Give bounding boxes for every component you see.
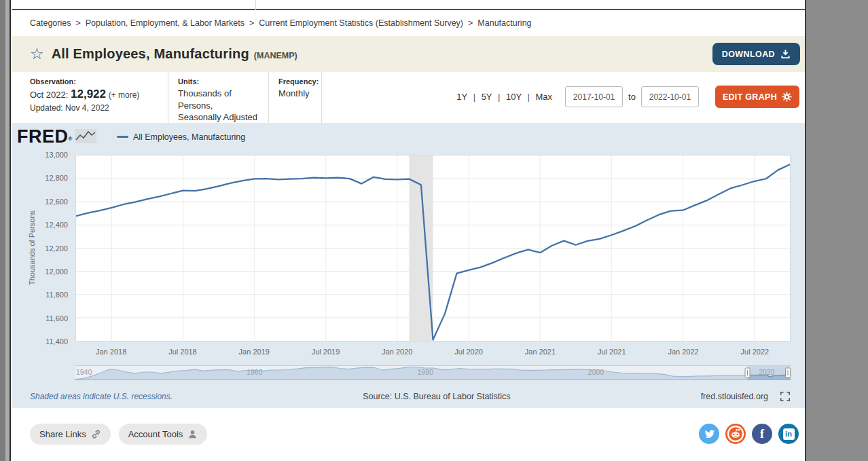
x-tick-label: Jan 2021 [516,348,564,356]
footer-bar: Share Links Account Tools [12,408,805,460]
window-left-gutter [5,0,11,461]
range-controls: 1Y | 5Y | 10Y | Max to EDIT GRAPH [456,86,799,108]
observation-more-link[interactable]: (+ more) [109,90,140,100]
observation-date: Oct 2022: [30,90,68,100]
share-links-button[interactable]: Share Links [30,424,111,445]
y-tick-label: 13,000 [24,151,68,159]
person-icon [187,429,198,439]
facebook-icon[interactable]: f [752,424,772,444]
line-chart [76,155,790,341]
graph-legend-row: FRED ® All Employees, Manufacturing [17,126,245,147]
x-tick-label: Jan 2019 [230,348,278,356]
social-share-row: f in [699,424,799,444]
fred-logo-text: FRED [17,126,69,147]
breadcrumb-categories[interactable]: Categories [30,18,71,28]
y-tick-label: 11,400 [24,337,68,346]
y-tick-label: 11,600 [24,314,68,322]
fred-logo-mark: ® [69,136,73,142]
fred-logo[interactable]: FRED ® [17,126,96,147]
fullscreen-icon [780,392,790,401]
breadcrumb-ces-survey[interactable]: Current Employment Statistics (Establish… [259,18,463,28]
breadcrumb-manufacturing[interactable]: Manufacturing [477,18,531,28]
link-icon [91,429,101,439]
page-title: All Employees, Manufacturing [52,46,249,62]
download-button[interactable]: DOWNLOAD [712,43,800,65]
x-tick-label: Jan 2022 [659,348,707,356]
navigator-year-label: 1940 [69,368,99,376]
x-tick-label: Jan 2018 [88,348,135,356]
topbar-divider [255,0,256,10]
edit-graph-button-label: EDIT GRAPH [723,92,777,102]
frequency-block: Frequency: Monthly [269,72,322,123]
y-tick-label: 12,400 [24,221,68,229]
series-id: (MANEMP) [254,48,297,60]
range-preset-10y[interactable]: 10Y [506,92,522,102]
gear-icon [782,92,792,102]
navigator-year-label: 1960 [240,368,270,376]
graph-notes-row: Shaded areas indicate U.S. recessions. S… [12,392,805,401]
units-value-line2: Seasonally Adjusted [178,111,259,124]
reddit-glyph [725,424,746,444]
facebook-f-glyph: f [760,427,764,441]
share-links-label: Share Links [39,429,86,439]
linkedin-icon[interactable]: in [778,424,799,444]
legend-line-swatch [117,136,128,138]
start-date-input[interactable] [565,86,623,107]
twitter-icon[interactable] [699,424,719,444]
observation-updated: Updated: Nov 4, 2022 [30,103,158,113]
x-tick-label: Jan 2020 [374,348,421,356]
favorite-star-icon[interactable]: ☆ [30,46,44,62]
navigator-year-label: 1980 [410,368,440,376]
breadcrumb: Categories > Population, Employment, & L… [12,10,805,36]
end-date-input[interactable] [641,86,699,107]
site-topbar [12,0,805,10]
preset-separator: | [498,92,500,102]
y-tick-label: 12,800 [24,174,68,182]
edit-graph-button[interactable]: EDIT GRAPH [715,86,799,108]
x-tick-label: Jul 2018 [159,348,206,356]
units-value-line1: Thousands of Persons, [178,88,259,111]
y-tick-label: 12,200 [24,244,68,253]
navigator-year-label: 2020 [752,368,782,376]
recession-note-link[interactable]: Shaded areas indicate U.S. recessions. [30,392,173,401]
observation-value: 12,922 [71,88,106,100]
fred-page: Categories > Population, Employment, & L… [12,0,805,461]
frequency-label: Frequency: [278,77,312,86]
x-tick-label: Jul 2021 [588,348,636,356]
range-preset-max[interactable]: Max [536,92,553,102]
navigator-year-label: 2000 [581,368,611,376]
breadcrumb-population-employment[interactable]: Population, Employment, & Labor Markets [86,18,245,28]
preset-separator: | [473,92,475,102]
download-icon [780,49,791,59]
fred-site-link[interactable]: fred.stlouisfed.org [701,392,768,401]
legend-label: All Employees, Manufacturing [133,132,245,142]
series-header: ☆ All Employees, Manufacturing (MANEMP) … [12,36,805,72]
date-range-to-label: to [628,92,636,102]
window-left-edge [0,0,5,461]
x-tick-label: Jul 2022 [731,348,778,356]
breadcrumb-separator: > [468,18,473,28]
range-presets: 1Y | 5Y | 10Y | Max [456,92,552,102]
units-block: Units: Thousands of Persons, Seasonally … [168,72,269,123]
graph-section: FRED ® All Employees, Manufacturing Thou… [12,123,805,408]
chart-plot-area[interactable] [75,155,791,342]
y-tick-label: 12,600 [24,198,68,206]
legend-item: All Employees, Manufacturing [117,132,245,142]
x-tick-label: Jul 2020 [445,348,492,356]
y-tick-label: 12,000 [24,268,68,276]
range-preset-5y[interactable]: 5Y [482,92,492,102]
account-tools-button[interactable]: Account Tools [119,424,208,445]
range-preset-1y[interactable]: 1Y [456,92,467,102]
reddit-icon[interactable] [725,424,746,444]
window-right-gutter [805,0,868,461]
series-meta-row: Observation: Oct 2022: 12,922 (+ more) U… [12,72,805,123]
twitter-bird-glyph [704,428,715,440]
preset-separator: | [527,92,529,102]
breadcrumb-separator: > [249,18,254,28]
account-tools-label: Account Tools [128,429,183,439]
fred-logo-chart-icon [75,129,96,143]
y-tick-label: 11,800 [24,291,68,299]
observation-block: Observation: Oct 2022: 12,922 (+ more) U… [30,72,168,123]
frequency-value: Monthly [278,88,312,100]
fullscreen-button[interactable] [780,392,790,401]
